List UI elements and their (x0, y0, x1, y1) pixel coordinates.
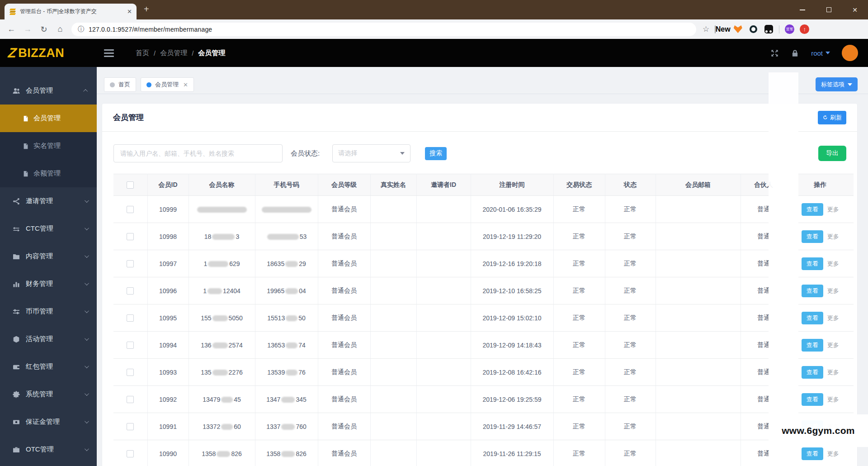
cell-phone: 1996504 (255, 277, 318, 304)
chevron-down-icon (400, 152, 405, 155)
view-button[interactable]: 查看 (802, 312, 823, 324)
sidebar-item-余额管理[interactable]: 余额管理 (0, 160, 97, 187)
row-checkbox[interactable] (127, 260, 134, 267)
home-icon[interactable]: ⌂ (55, 24, 65, 34)
avatar[interactable] (842, 45, 858, 61)
row-checkbox[interactable] (127, 369, 134, 376)
view-button[interactable]: 查看 (802, 393, 823, 406)
view-button[interactable]: 查看 (802, 285, 823, 297)
row-checkbox[interactable] (127, 314, 134, 322)
sidebar-group-红包管理[interactable]: 红包管理 (0, 353, 97, 380)
new-tab-button[interactable]: + (144, 5, 149, 14)
row-checkbox[interactable] (127, 287, 134, 295)
user-menu[interactable]: root (811, 49, 830, 57)
cube-icon (13, 336, 20, 343)
cell-name: 1358826 (189, 440, 255, 466)
cell-checkbox (113, 440, 147, 466)
view-button[interactable]: 查看 (802, 366, 823, 379)
tag-options-button[interactable]: 标签选项 (816, 77, 858, 91)
sidebar-group-会员管理[interactable]: 会员管理 (0, 77, 97, 105)
view-button[interactable]: 查看 (802, 447, 823, 460)
view-button[interactable]: 查看 (802, 339, 823, 352)
back-icon[interactable]: ← (6, 24, 16, 34)
table-row: 1099413625741365374普通会员2019-12-09 14:18:… (113, 332, 854, 359)
window-close-button[interactable]: ✕ (842, 0, 868, 19)
money-icon (13, 418, 20, 426)
sidebar-group-财务管理[interactable]: 财务管理 (0, 270, 97, 298)
more-link[interactable]: 更多 (827, 233, 839, 240)
row-checkbox[interactable] (127, 396, 134, 403)
more-link[interactable]: 更多 (827, 287, 839, 294)
sidebar-group-OTC管理[interactable]: OTC管理 (0, 436, 97, 463)
forward-icon[interactable]: → (23, 24, 33, 34)
row-checkbox[interactable] (127, 423, 134, 430)
row-checkbox[interactable] (127, 206, 134, 213)
extension-purple-icon[interactable]: 贤军 (785, 24, 794, 34)
window-minimize-button[interactable] (789, 0, 816, 19)
search-input[interactable] (113, 144, 283, 162)
sidebar-submenu: 会员管理实名管理余额管理 (0, 105, 97, 187)
select-all-checkbox[interactable] (127, 181, 134, 189)
export-button[interactable]: 导出 (818, 146, 846, 161)
more-link[interactable]: 更多 (827, 260, 839, 267)
window-restore-button[interactable] (816, 0, 842, 19)
view-button[interactable]: 查看 (802, 257, 823, 270)
cell-trade: 正常 (553, 413, 605, 440)
tab-home[interactable]: 首页 (104, 77, 136, 92)
row-checkbox[interactable] (127, 342, 134, 349)
more-link[interactable]: 更多 (827, 206, 839, 213)
extension-reader-icon[interactable] (764, 24, 774, 34)
sidebar-item-实名管理[interactable]: 实名管理 (0, 132, 97, 160)
extension-new-icon[interactable]: New (717, 24, 727, 34)
cell-trade: 正常 (553, 386, 605, 413)
bookmark-star-icon[interactable]: ☆ (703, 24, 709, 34)
lock-icon[interactable] (791, 49, 799, 57)
more-link[interactable]: 更多 (827, 369, 839, 376)
browser-tab[interactable]: 管理后台 - 币严|全球数字资产交 ✕ (5, 4, 137, 19)
row-checkbox[interactable] (127, 233, 134, 240)
cell-status: 正常 (605, 413, 656, 440)
search-button[interactable]: 搜索 (425, 147, 447, 160)
cell-name: 183 (189, 223, 255, 250)
breadcrumb-home[interactable]: 首页 (136, 49, 149, 57)
more-link[interactable]: 更多 (827, 450, 839, 457)
sidebar-group-label: 邀请管理 (26, 197, 79, 205)
table-row: 1099818353普通会员2019-12-19 11:29:20正常正常普通查… (113, 223, 854, 250)
more-link[interactable]: 更多 (827, 314, 839, 321)
table-row: 1099113372601337760普通会员2019-11-29 14:46:… (113, 413, 854, 440)
extension-download-icon[interactable]: ↑ (800, 24, 809, 34)
reload-icon[interactable]: ↻ (39, 24, 49, 34)
cell-id: 10998 (147, 223, 189, 250)
status-label: 会员状态: (291, 149, 320, 158)
cell-checkbox (113, 359, 147, 386)
view-button[interactable]: 查看 (802, 230, 823, 243)
extension-metamask-icon[interactable] (733, 24, 743, 34)
fullscreen-icon[interactable] (770, 49, 779, 57)
more-link[interactable]: 更多 (827, 396, 839, 403)
tab-close-icon[interactable]: ✕ (183, 81, 188, 88)
tab-close-icon[interactable]: ✕ (127, 8, 132, 15)
tab-member-manage[interactable]: 会员管理 ✕ (141, 77, 194, 92)
sidebar-group-内容管理[interactable]: 内容管理 (0, 243, 97, 270)
sidebar-group-活动管理[interactable]: 活动管理 (0, 325, 97, 353)
view-button[interactable]: 查看 (802, 203, 823, 216)
sidebar-group-币币管理[interactable]: 币币管理 (0, 298, 97, 325)
sidebar-group-系统管理[interactable]: 系统管理 (0, 380, 97, 408)
sidebar-item-会员管理[interactable]: 会员管理 (0, 105, 97, 132)
address-bar[interactable]: ⓘ 127.0.0.1:9527/#/member/membermanage (71, 23, 696, 36)
status-select[interactable]: 请选择 (332, 144, 410, 162)
chevron-down-icon (85, 253, 89, 258)
more-link[interactable]: 更多 (827, 342, 839, 348)
hamburger-menu-icon[interactable] (104, 49, 114, 57)
extension-ring-icon[interactable] (748, 24, 758, 34)
cell-checkbox (113, 250, 147, 277)
site-info-icon[interactable]: ⓘ (78, 25, 84, 33)
extensions-row: New 贤军 ↑ (717, 24, 809, 34)
refresh-button[interactable]: 刷新 (818, 111, 846, 124)
row-checkbox[interactable] (127, 450, 134, 457)
breadcrumb-member[interactable]: 会员管理 (160, 49, 187, 57)
sidebar-group-保证金管理[interactable]: 保证金管理 (0, 408, 97, 436)
censored-left-text: 1 (203, 287, 207, 295)
sidebar-group-CTC管理[interactable]: CTC管理 (0, 215, 97, 243)
sidebar-group-邀请管理[interactable]: 邀请管理 (0, 187, 97, 215)
